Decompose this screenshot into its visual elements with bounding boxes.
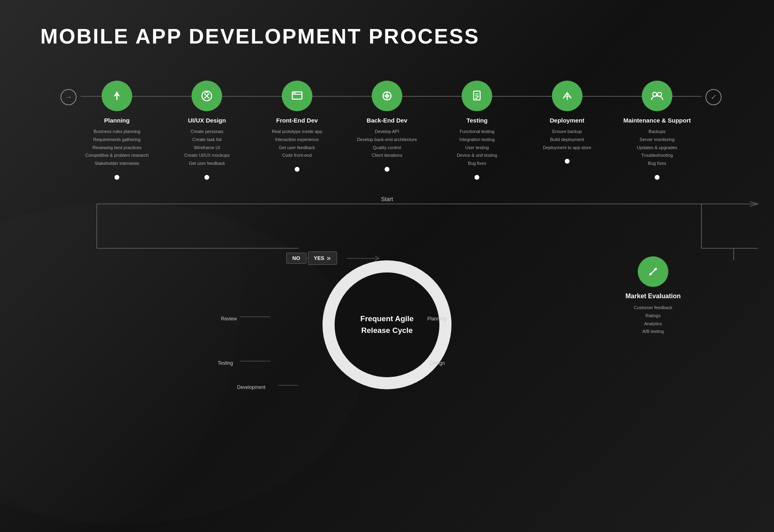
- testing-item: Device & unit testing: [457, 152, 497, 160]
- market-evaluation: Market Evaluation Customer feedback Rati…: [613, 256, 693, 336]
- maintenance-items: Backups Server monitoring Updates & upgr…: [637, 128, 677, 168]
- planning-title: Planning: [104, 117, 129, 124]
- frontend-dot: [295, 167, 300, 172]
- design-label: Design: [430, 360, 445, 366]
- market-eval-title: Market Evaluation: [613, 293, 693, 300]
- planning-item: Stakeholder interviews: [85, 160, 148, 168]
- testing-item: Functional testing: [457, 128, 497, 136]
- testing-label: Testing: [218, 360, 233, 366]
- market-eval-items: Customer feedback Ratings Analytics A/B …: [613, 304, 693, 336]
- uiux-items: Create personas Create task list Wirefra…: [184, 128, 229, 168]
- backend-items: Develop API Develop back-end architectur…: [357, 128, 417, 160]
- frontend-items: Real prototype inside app Interaction ex…: [272, 128, 322, 160]
- planning-item: Business rules planning: [85, 128, 148, 136]
- uiux-item: Get user feedback: [184, 160, 229, 168]
- page-title: MOBILE APP DEVELOPMENT PROCESS: [40, 24, 734, 48]
- planning-icon: [102, 81, 132, 111]
- stage-maintenance: Maintenance & Support Backups Server mon…: [617, 81, 697, 168]
- testing-item: User testing: [457, 144, 497, 152]
- svg-point-7: [293, 93, 294, 94]
- maintenance-item: Updates & upgrades: [637, 144, 677, 152]
- planning-item: Reviewing best practices: [85, 144, 148, 152]
- maintenance-item: Bug fixes: [637, 160, 677, 168]
- maintenance-item: Backups: [637, 128, 677, 136]
- frontend-item: Interaction experience: [272, 136, 322, 144]
- agile-cycle: Frequent Agile Release Cycle: [322, 260, 452, 389]
- market-item: Customer feedback: [613, 304, 693, 312]
- testing-icon: [462, 81, 492, 111]
- svg-line-34: [649, 268, 657, 275]
- uiux-item: Create task list: [184, 136, 229, 144]
- deployment-items: Ensure backup Build deployment Deploymen…: [543, 128, 591, 152]
- planning-dot: [114, 175, 119, 180]
- bottom-section: Start NO YES » Frequent Agile Release Cy…: [40, 192, 734, 401]
- stage-backend: Back-End Dev Develop API Develop back-en…: [347, 81, 427, 160]
- testing-item: Integration testing: [457, 136, 497, 144]
- timeline-section: → ✓ Planning Business rules planning Req…: [40, 81, 734, 168]
- planning-item: Competitive & problem research: [85, 152, 148, 160]
- uiux-item: Wireframe UI: [184, 144, 229, 152]
- planning-items: Business rules planning Requirements gat…: [85, 128, 148, 168]
- testing-item: Bug fixes: [457, 160, 497, 168]
- backend-item: Develop back-end architecture: [357, 136, 417, 144]
- development-label: Development: [237, 384, 266, 390]
- frontend-icon: [282, 81, 312, 111]
- start-label: Start: [381, 196, 393, 202]
- cycle-center-text: Frequent Agile Release Cycle: [360, 313, 414, 336]
- stage-frontend: Front-End Dev Real prototype inside app …: [257, 81, 337, 160]
- deployment-title: Deployment: [550, 117, 585, 124]
- uiux-item: Create UI/UX mockups: [184, 152, 229, 160]
- frontend-item: Real prototype inside app: [272, 128, 322, 136]
- review-label: Review: [221, 316, 237, 322]
- deployment-icon: [552, 81, 583, 111]
- backend-icon: [372, 81, 402, 111]
- market-item: Analytics: [613, 320, 693, 328]
- maintenance-item: Troubleshooting: [637, 152, 677, 160]
- uiux-title: UI/UX Design: [188, 117, 226, 124]
- frontend-item: Code front-end: [272, 152, 322, 160]
- market-eval-icon: [638, 256, 668, 287]
- stage-testing: Testing Functional testing Integration t…: [437, 81, 517, 168]
- testing-dot: [474, 175, 479, 180]
- stages-row: Planning Business rules planning Require…: [40, 81, 734, 168]
- stage-uiux: UI/UX Design Create personas Create task…: [166, 81, 247, 168]
- svg-point-11: [386, 95, 388, 97]
- svg-point-4: [206, 91, 208, 93]
- deployment-item: Build deployment: [543, 136, 591, 144]
- backend-item: Develop API: [357, 128, 417, 136]
- testing-title: Testing: [466, 117, 487, 124]
- svg-point-8: [294, 93, 295, 94]
- maintenance-item: Server monitoring: [637, 136, 677, 144]
- uiux-item: Create personas: [184, 128, 229, 136]
- backend-dot: [385, 167, 389, 172]
- deployment-item: Ensure backup: [543, 128, 591, 136]
- frontend-item: Get user feedback: [272, 144, 322, 152]
- maintenance-icon: [642, 81, 672, 111]
- maintenance-dot: [655, 175, 660, 180]
- frontend-title: Front-End Dev: [276, 117, 318, 124]
- uiux-icon: [191, 81, 222, 111]
- stage-planning: Planning Business rules planning Require…: [77, 81, 157, 168]
- planning-label: Planning: [427, 316, 446, 322]
- backend-item: Quality control: [357, 144, 417, 152]
- planning-item: Requirements gathering: [85, 136, 148, 144]
- stage-deployment: Deployment Ensure backup Build deploymen…: [527, 81, 608, 152]
- backend-item: Client iterations: [357, 152, 417, 160]
- no-badge: NO: [286, 253, 306, 264]
- deployment-item: Deployment to app store: [543, 144, 591, 152]
- uiux-dot: [204, 175, 209, 180]
- market-item: Ratings: [613, 312, 693, 320]
- market-item: A/B testing: [613, 328, 693, 336]
- testing-items: Functional testing Integration testing U…: [457, 128, 497, 168]
- deployment-dot: [565, 159, 570, 164]
- cycle-ring: Frequent Agile Release Cycle: [322, 260, 452, 389]
- backend-title: Back-End Dev: [367, 117, 408, 124]
- maintenance-title: Maintenance & Support: [623, 117, 691, 124]
